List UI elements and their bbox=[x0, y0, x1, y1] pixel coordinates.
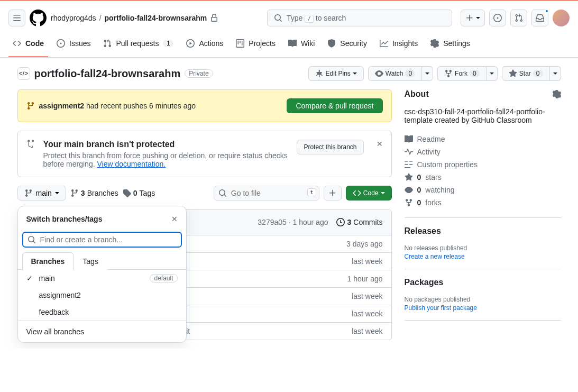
pulls-icon-button[interactable] bbox=[510, 10, 527, 26]
lock-icon bbox=[210, 14, 218, 22]
user-avatar[interactable] bbox=[553, 10, 570, 26]
releases-heading: Releases bbox=[405, 226, 561, 236]
breadcrumb-owner[interactable]: rhodyprog4ds bbox=[51, 14, 96, 22]
tab-code[interactable]: Code bbox=[8, 35, 48, 57]
add-file-button[interactable] bbox=[324, 186, 342, 200]
star-button[interactable]: Star0 bbox=[502, 66, 550, 81]
tags-link[interactable]: 0 Tags bbox=[123, 189, 155, 197]
activity-link[interactable]: Activity bbox=[405, 145, 561, 158]
branches-link[interactable]: 3 Branches bbox=[70, 189, 118, 197]
popover-close-icon[interactable]: ✕ bbox=[167, 211, 182, 227]
forks-link[interactable]: 0 forks bbox=[405, 196, 561, 209]
breadcrumb-repo[interactable]: portfolio-fall24-brownsarahm bbox=[105, 14, 207, 22]
search-icon bbox=[274, 14, 282, 22]
branch-select-button[interactable]: main bbox=[17, 186, 66, 200]
about-heading: About bbox=[405, 89, 561, 99]
create-new-button[interactable] bbox=[461, 10, 485, 26]
view-all-branches[interactable]: View all branches bbox=[18, 321, 186, 342]
tab-settings[interactable]: Settings bbox=[426, 35, 474, 57]
watch-dropdown[interactable] bbox=[422, 66, 433, 81]
branch-popover: Switch branches/tags ✕ Branches Tags ✓ma… bbox=[17, 206, 187, 343]
tab-wiki[interactable]: Wiki bbox=[284, 35, 319, 57]
tab-security[interactable]: Security bbox=[323, 35, 371, 57]
github-logo[interactable] bbox=[30, 10, 47, 26]
branch-item-feedback[interactable]: feedback bbox=[18, 304, 186, 321]
protect-title: Your main branch isn't protected bbox=[43, 140, 289, 149]
repo-icon: </> bbox=[17, 67, 30, 80]
tab-actions[interactable]: Actions bbox=[182, 35, 227, 57]
commits-link[interactable]: 3 Commits bbox=[336, 218, 382, 226]
popover-tab-branches[interactable]: Branches bbox=[22, 252, 74, 270]
fork-dropdown[interactable] bbox=[487, 66, 498, 81]
watching-link[interactable]: 0 watching bbox=[405, 184, 561, 196]
protect-branch-panel: Your main branch isn't protected Protect… bbox=[17, 131, 392, 177]
breadcrumb: rhodyprog4ds / portfolio-fall24-brownsar… bbox=[51, 14, 218, 22]
stars-link[interactable]: 0 stars bbox=[405, 171, 561, 184]
inbox-icon-button[interactable] bbox=[531, 10, 548, 26]
tab-issues[interactable]: Issues bbox=[52, 35, 95, 57]
tab-insights[interactable]: Insights bbox=[375, 35, 422, 57]
branch-search-input[interactable] bbox=[22, 232, 182, 248]
create-release-link[interactable]: Create a new release bbox=[405, 253, 465, 260]
compare-pr-button[interactable]: Compare & pull request bbox=[287, 98, 382, 113]
check-icon: ✓ bbox=[26, 274, 35, 282]
watch-button[interactable]: Watch0 bbox=[368, 66, 422, 81]
edit-pins-button[interactable]: Edit Pins bbox=[308, 66, 364, 81]
publish-package-link[interactable]: Publish your first package bbox=[405, 304, 477, 312]
popover-title: Switch branches/tags bbox=[26, 215, 167, 223]
branch-icon bbox=[26, 102, 35, 110]
fork-button[interactable]: Fork0 bbox=[437, 66, 487, 81]
hamburger-menu[interactable] bbox=[8, 10, 25, 26]
star-dropdown[interactable] bbox=[550, 66, 561, 81]
page-title: portfolio-fall24-brownsarahm bbox=[34, 68, 181, 80]
branch-item-assignment2[interactable]: assignment2 bbox=[18, 287, 186, 304]
tab-projects[interactable]: Projects bbox=[232, 35, 280, 57]
tab-pulls[interactable]: Pull requests1 bbox=[99, 35, 178, 57]
packages-heading: Packages bbox=[405, 278, 561, 287]
gear-icon[interactable] bbox=[553, 90, 561, 98]
goto-file-input[interactable] bbox=[214, 186, 319, 200]
popover-tab-tags[interactable]: Tags bbox=[74, 252, 107, 270]
custom-props-link[interactable]: Custom properties bbox=[405, 158, 561, 171]
global-search[interactable]: Type / to search bbox=[267, 10, 452, 26]
view-docs-link[interactable]: View documentation. bbox=[97, 160, 166, 168]
close-icon[interactable]: ✕ bbox=[377, 140, 383, 148]
notification-dot bbox=[545, 9, 549, 13]
protect-branch-button[interactable]: Protect this branch bbox=[297, 140, 363, 154]
visibility-badge: Private bbox=[185, 69, 213, 78]
branch-item-main[interactable]: ✓maindefault bbox=[18, 270, 186, 287]
code-button[interactable]: Code bbox=[346, 186, 392, 200]
readme-link[interactable]: Readme bbox=[405, 133, 561, 145]
issues-icon-button[interactable] bbox=[489, 10, 506, 26]
branch-icon bbox=[26, 140, 35, 148]
recent-push-alert: assignment2 had recent pushes 6 minutes … bbox=[17, 89, 392, 122]
about-description: csc-dsp310-fall-24-portfolio-fall24-port… bbox=[405, 107, 561, 124]
